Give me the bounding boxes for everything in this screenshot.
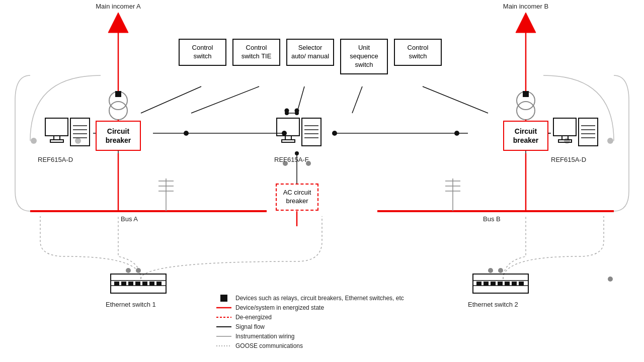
svg-rect-96 (149, 282, 154, 286)
ref615a-d-1-label: REF615A-D (38, 156, 73, 163)
legend-black-line-icon (216, 326, 231, 328)
legend-red-line: Device/system in energized state (216, 304, 404, 311)
legend-square-text: Devices such as relays, circuit breakers… (235, 295, 404, 302)
control-switch-2-box: Control switch (394, 39, 442, 66)
svg-rect-65 (54, 136, 60, 140)
control-switch-1-box: Control switch (179, 39, 226, 66)
svg-point-7 (517, 102, 535, 120)
circuit-breaker-1: Circuit breaker (96, 121, 141, 151)
legend-black-line: Signal flow (216, 323, 404, 330)
svg-rect-15 (523, 91, 529, 97)
main-incomer-a-label: Main incomer A (93, 3, 143, 10)
bus-a-label: Bus A (121, 215, 138, 223)
svg-point-42 (607, 138, 613, 144)
svg-rect-67 (70, 118, 90, 146)
legend-square: Devices such as relays, circuit breakers… (216, 295, 404, 302)
control-switch-tie-box: Control switch TIE (232, 39, 280, 66)
ethernet-switch-2-device (470, 272, 531, 297)
svg-rect-80 (553, 118, 576, 136)
ref615a-f-device (274, 116, 325, 151)
svg-rect-101 (476, 282, 481, 286)
svg-rect-94 (135, 282, 140, 286)
ref615a-d-1-device (43, 116, 93, 151)
ethernet-switch-1-label: Ethernet switch 1 (106, 301, 156, 308)
legend-red-dashed: De-energized (216, 314, 404, 321)
svg-rect-13 (115, 91, 121, 97)
circuit-breaker-2: Circuit breaker (503, 121, 548, 151)
svg-rect-93 (128, 282, 133, 286)
svg-rect-105 (505, 282, 510, 286)
svg-point-23 (332, 131, 337, 136)
legend-black-line-text: Signal flow (235, 323, 265, 330)
svg-rect-82 (558, 140, 572, 142)
svg-rect-108 (220, 295, 227, 302)
bus-b-label: Bus B (483, 215, 501, 223)
svg-rect-103 (491, 282, 496, 286)
svg-rect-73 (285, 136, 291, 140)
legend-dotted-line-icon (216, 345, 231, 347)
ref615a-f-label: REF615A-F (274, 156, 309, 163)
svg-marker-0 (108, 13, 128, 33)
legend: Devices such as relays, circuit breakers… (216, 295, 404, 352)
legend-red-dashed-text: De-energized (235, 314, 272, 321)
svg-rect-81 (562, 136, 568, 140)
legend-dotted-line-text: GOOSE communications (235, 342, 303, 349)
ethernet-switch-2-label: Ethernet switch 2 (468, 301, 518, 308)
svg-rect-102 (484, 282, 489, 286)
svg-rect-64 (45, 118, 68, 136)
svg-rect-95 (142, 282, 147, 286)
svg-point-27 (295, 151, 299, 155)
legend-red-dashed-icon (216, 316, 231, 318)
legend-gray-line-text: Instrumentation wiring (235, 333, 294, 340)
diagram: Main incomer A Main incomer B Control sw… (0, 0, 644, 362)
selector-auto-manual-box: Selector auto/ manual (286, 39, 334, 66)
svg-rect-75 (302, 118, 321, 146)
ethernet-switch-1-device (108, 272, 169, 297)
unit-sequence-switch-box: Unit sequence switch (340, 39, 388, 74)
main-incomer-b-label: Main incomer B (501, 3, 551, 10)
svg-point-63 (608, 277, 613, 282)
svg-rect-72 (277, 118, 299, 136)
svg-rect-107 (519, 282, 524, 286)
svg-marker-1 (516, 13, 536, 33)
svg-rect-97 (156, 282, 162, 286)
svg-line-36 (423, 86, 488, 113)
ac-circuit-breaker: AC circuit breaker (276, 184, 318, 211)
legend-gray-line-icon (216, 335, 231, 337)
svg-line-29 (141, 86, 201, 113)
svg-rect-104 (498, 282, 503, 286)
svg-rect-66 (50, 140, 63, 142)
svg-rect-106 (512, 282, 517, 286)
svg-rect-83 (579, 118, 598, 146)
svg-point-38 (285, 109, 289, 113)
ref615a-d-2-device (551, 116, 601, 151)
svg-point-39 (31, 138, 37, 144)
svg-line-35 (352, 86, 362, 113)
svg-line-30 (191, 86, 259, 113)
svg-point-57 (454, 131, 459, 136)
legend-red-line-text: Device/system in energized state (235, 304, 324, 311)
legend-red-line-icon (216, 307, 231, 309)
svg-point-58 (184, 131, 189, 136)
legend-square-icon (216, 295, 231, 302)
svg-rect-92 (121, 282, 126, 286)
legend-dotted-line: GOOSE communications (216, 342, 404, 349)
svg-point-5 (109, 102, 127, 120)
legend-gray-line: Instrumentation wiring (216, 333, 404, 340)
svg-point-37 (295, 109, 299, 113)
ref615a-d-2-label: REF615A-D (551, 156, 586, 163)
svg-rect-91 (114, 282, 119, 286)
svg-rect-74 (282, 140, 295, 142)
